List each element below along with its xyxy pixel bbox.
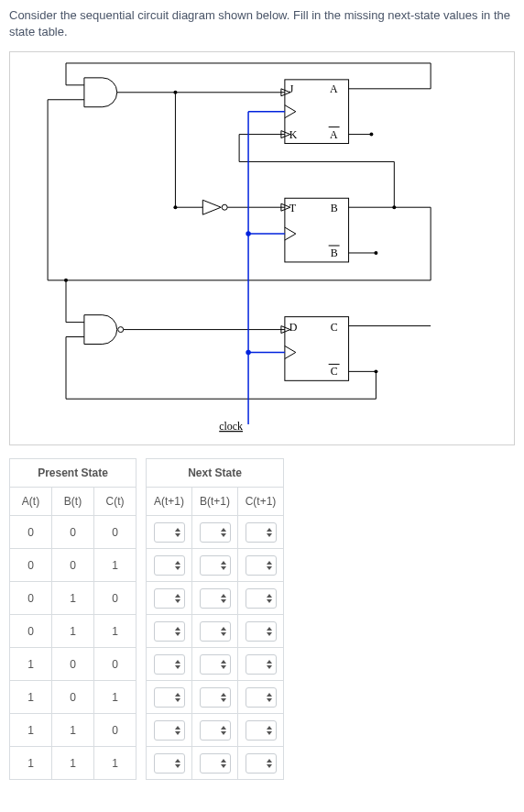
value-stepper[interactable] xyxy=(246,621,277,642)
next-cell xyxy=(238,516,284,549)
value-stepper[interactable] xyxy=(154,687,185,708)
present-cell: 0 xyxy=(52,516,94,549)
value-stepper[interactable] xyxy=(246,720,277,741)
present-cell: 1 xyxy=(94,549,136,582)
next-cell xyxy=(192,516,238,549)
value-stepper[interactable] xyxy=(154,555,185,576)
svg-marker-103 xyxy=(221,764,226,768)
present-cell: 0 xyxy=(10,582,52,615)
value-stepper[interactable] xyxy=(200,522,231,543)
svg-marker-105 xyxy=(267,764,272,768)
value-stepper[interactable] xyxy=(246,588,277,609)
ff-c-outbar-label: C xyxy=(331,366,338,379)
svg-marker-99 xyxy=(267,731,272,735)
value-stepper[interactable] xyxy=(154,654,185,675)
svg-marker-64 xyxy=(175,561,180,565)
question-text: Consider the sequential circuit diagram … xyxy=(9,7,515,40)
value-stepper[interactable] xyxy=(246,522,277,543)
next-cell xyxy=(192,648,238,681)
next-header: Next State xyxy=(147,459,284,488)
value-stepper[interactable] xyxy=(200,753,231,774)
svg-point-49 xyxy=(64,279,68,282)
svg-point-56 xyxy=(246,232,250,236)
svg-marker-72 xyxy=(221,594,226,598)
svg-marker-79 xyxy=(221,632,226,636)
svg-marker-73 xyxy=(221,599,226,603)
table-row xyxy=(147,648,284,681)
table-row: 000 xyxy=(10,516,136,549)
next-cell xyxy=(147,681,192,714)
svg-marker-24 xyxy=(202,201,221,215)
ff-b-out-label: B xyxy=(331,203,338,215)
circuit-diagram: J K A A T B B D C C xyxy=(9,51,515,445)
svg-marker-80 xyxy=(267,627,272,631)
svg-marker-83 xyxy=(175,665,180,669)
svg-marker-84 xyxy=(221,660,226,664)
svg-marker-81 xyxy=(267,632,272,636)
svg-marker-76 xyxy=(175,627,180,631)
col-b1: B(t+1) xyxy=(192,488,238,516)
svg-point-51 xyxy=(374,251,377,255)
svg-marker-96 xyxy=(221,726,226,730)
present-cell: 0 xyxy=(52,648,94,681)
value-stepper[interactable] xyxy=(246,753,277,774)
svg-marker-59 xyxy=(175,533,180,537)
value-stepper[interactable] xyxy=(154,621,185,642)
svg-point-23 xyxy=(369,133,373,137)
value-stepper[interactable] xyxy=(154,753,185,774)
and-gate-top xyxy=(66,78,290,107)
col-b: B(t) xyxy=(52,488,94,516)
present-cell: 0 xyxy=(10,549,52,582)
value-stepper[interactable] xyxy=(154,522,185,543)
ff-a-outbar-label: A xyxy=(330,128,338,141)
value-stepper[interactable] xyxy=(200,654,231,675)
svg-marker-85 xyxy=(221,665,226,669)
svg-marker-60 xyxy=(221,528,226,532)
svg-marker-95 xyxy=(175,731,180,735)
value-stepper[interactable] xyxy=(246,687,277,708)
svg-marker-102 xyxy=(221,759,226,763)
table-row xyxy=(147,549,284,582)
col-a: A(t) xyxy=(10,488,52,516)
svg-marker-70 xyxy=(175,594,180,598)
svg-marker-101 xyxy=(175,764,180,768)
svg-marker-75 xyxy=(267,599,272,603)
value-stepper[interactable] xyxy=(200,687,231,708)
value-stepper[interactable] xyxy=(200,621,231,642)
next-cell xyxy=(192,582,238,615)
next-cell xyxy=(238,582,284,615)
next-cell xyxy=(192,714,238,747)
next-cell xyxy=(238,648,284,681)
value-stepper[interactable] xyxy=(246,654,277,675)
present-cell: 1 xyxy=(52,747,94,780)
table-row: 100 xyxy=(10,648,136,681)
next-cell xyxy=(192,681,238,714)
present-cell: 1 xyxy=(52,582,94,615)
next-cell xyxy=(147,648,192,681)
col-a1: A(t+1) xyxy=(147,488,192,516)
svg-marker-58 xyxy=(175,528,180,532)
svg-point-31 xyxy=(173,206,177,210)
svg-point-32 xyxy=(118,327,124,333)
next-cell xyxy=(238,549,284,582)
svg-marker-89 xyxy=(175,698,180,702)
present-cell: 1 xyxy=(10,648,52,681)
table-row: 111 xyxy=(10,747,136,780)
table-row xyxy=(147,615,284,648)
svg-marker-69 xyxy=(267,566,272,570)
svg-marker-77 xyxy=(175,632,180,636)
value-stepper[interactable] xyxy=(200,555,231,576)
svg-marker-67 xyxy=(221,566,226,570)
col-c1: C(t+1) xyxy=(238,488,284,516)
next-cell xyxy=(147,714,192,747)
svg-marker-61 xyxy=(221,533,226,537)
svg-point-30 xyxy=(173,91,177,94)
value-stepper[interactable] xyxy=(154,720,185,741)
value-stepper[interactable] xyxy=(200,588,231,609)
table-row xyxy=(147,714,284,747)
svg-marker-94 xyxy=(175,726,180,730)
value-stepper[interactable] xyxy=(154,588,185,609)
value-stepper[interactable] xyxy=(200,720,231,741)
present-cell: 1 xyxy=(10,747,52,780)
value-stepper[interactable] xyxy=(246,555,277,576)
